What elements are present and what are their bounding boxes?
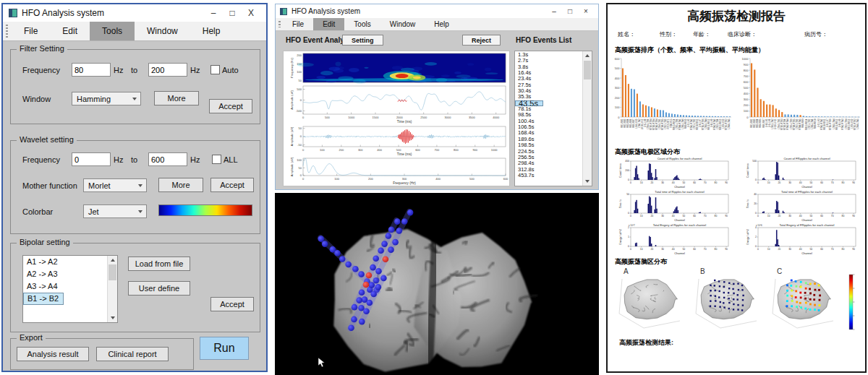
menu-item-edit[interactable]: Edit: [313, 18, 344, 30]
menu-item-file[interactable]: File: [283, 18, 313, 30]
group-legend: Filter Setting: [17, 44, 67, 53]
svg-text:200: 200: [297, 53, 302, 57]
chevron-down-icon: [138, 210, 142, 213]
bipolar-listbox[interactable]: A1 -> A2A2 -> A3A3 -> A4B1 -> B2B2 -> B3: [22, 255, 118, 323]
svg-text:Amplitude (uV): Amplitude (uV): [290, 90, 294, 110]
svg-text:Count of Ripples for each chan: Count of Ripples for each channel: [658, 157, 702, 160]
bipolar-item[interactable]: B1 -> B2: [23, 293, 64, 305]
menu-item-help[interactable]: Help: [425, 18, 459, 30]
setting-button[interactable]: Setting: [342, 35, 383, 46]
svg-text:50: 50: [809, 181, 812, 184]
section-brain-heading: 高频振荡脑区分布: [615, 257, 667, 267]
svg-text:Count / times: Count / times: [746, 163, 749, 178]
svg-text:40: 40: [672, 181, 675, 184]
svg-text:400: 400: [744, 92, 749, 95]
events-list[interactable]: 1.3s2.7s3.8s16.4s23.4s27.5s30.4s35.3s43.…: [515, 52, 583, 186]
app-icon: [280, 8, 287, 15]
close-button[interactable]: X: [242, 8, 260, 18]
maximize-button[interactable]: □: [223, 8, 242, 18]
svg-text:Time / s: Time / s: [619, 199, 622, 208]
group-legend: Export: [17, 333, 46, 342]
menu-item-help[interactable]: Help: [190, 22, 233, 40]
maximize-button[interactable]: □: [562, 7, 578, 15]
bipolar-item[interactable]: A3 -> A4: [23, 280, 108, 293]
wavelet-more-button[interactable]: More: [158, 178, 203, 192]
menu-item-tools[interactable]: Tools: [90, 22, 135, 40]
patient-field-label: 病历号：: [804, 30, 827, 38]
bipolar-item[interactable]: A2 -> A3: [23, 268, 108, 280]
scrollbar-thumb[interactable]: [109, 264, 116, 280]
svg-text:60: 60: [693, 181, 696, 184]
auto-checkbox[interactable]: [210, 65, 220, 74]
bipolar-accept-button[interactable]: Accept: [210, 297, 254, 311]
filter-more-button[interactable]: More: [154, 91, 199, 105]
event-item[interactable]: 453.7s: [515, 173, 583, 178]
svg-text:60: 60: [693, 215, 696, 217]
brain-3d-viewport[interactable]: [275, 193, 599, 375]
scroll-up-arrow[interactable]: [583, 51, 592, 60]
bipolar-item[interactable]: A1 -> A2: [23, 256, 108, 268]
svg-text:0: 0: [300, 134, 302, 138]
listbox-scrollbar[interactable]: [107, 256, 117, 322]
reject-button[interactable]: Reject: [462, 35, 501, 46]
chevron-down-icon: [138, 184, 142, 187]
svg-text:Total Engery of FRipples for e: Total Engery of FRipples for each channe…: [779, 223, 834, 227]
menu-item-window[interactable]: Window: [135, 22, 190, 40]
wavelet-accept-button[interactable]: Accept: [210, 178, 254, 192]
scrollbar-thumb[interactable]: [584, 61, 591, 79]
menu-item-tools[interactable]: Tools: [344, 18, 380, 30]
svg-text:100: 100: [320, 148, 325, 152]
menu-item-file[interactable]: File: [12, 22, 50, 40]
section-ranking-heading: 高频振荡排序（个数、频率、平均振幅、平均能量）: [615, 46, 765, 55]
all-checkbox[interactable]: [212, 155, 221, 164]
brain-render: [275, 193, 599, 375]
svg-text:Count / times: Count / times: [619, 163, 622, 178]
user-define-button[interactable]: User define: [128, 281, 190, 296]
svg-text:300: 300: [744, 98, 749, 101]
svg-text:20: 20: [650, 181, 653, 184]
analysis-result-button[interactable]: Analysis result: [17, 347, 89, 361]
svg-text:30: 30: [788, 248, 791, 251]
mother-function-select[interactable]: Morlet: [83, 178, 147, 192]
svg-text:500: 500: [325, 116, 330, 119]
event-item[interactable]: 43.5s: [515, 100, 543, 106]
svg-text:Time / s: Time / s: [746, 199, 749, 208]
svg-text:2: 2: [628, 226, 629, 229]
svg-text:0: 0: [757, 215, 759, 217]
minimize-button[interactable]: –: [204, 8, 223, 18]
wavelet-freq-to-input[interactable]: [148, 152, 187, 166]
svg-text:10: 10: [767, 248, 770, 251]
svg-text:30: 30: [661, 248, 664, 251]
svg-text:400: 400: [615, 77, 620, 80]
to-label: to: [131, 66, 137, 74]
scroll-up-arrow[interactable]: [108, 256, 117, 264]
colorbar-select[interactable]: Jet: [83, 204, 147, 218]
menu-item-edit[interactable]: Edit: [50, 22, 90, 40]
svg-text:600: 600: [503, 177, 509, 181]
clinical-report-button[interactable]: Clinical report: [96, 347, 169, 361]
hist-count-ripples: Count of Ripples for each channel0200400…: [613, 156, 735, 189]
svg-text:60: 60: [693, 248, 696, 251]
filter-accept-button[interactable]: Accept: [209, 99, 252, 113]
scroll-down-arrow[interactable]: [583, 177, 592, 186]
svg-text:50: 50: [682, 248, 685, 251]
menu-item-window[interactable]: Window: [380, 18, 425, 30]
run-button[interactable]: Run: [200, 337, 249, 360]
wavelet-freq-from-input[interactable]: [72, 152, 111, 166]
close-button[interactable]: ×: [578, 7, 594, 15]
load-from-file-button[interactable]: Load from file: [128, 257, 190, 271]
minimize-button[interactable]: –: [546, 7, 562, 15]
svg-text:90: 90: [725, 181, 728, 184]
svg-text:50: 50: [299, 126, 302, 130]
window-function-select[interactable]: Hamming: [72, 92, 141, 105]
svg-text:2500: 2500: [420, 116, 427, 119]
svg-text:70: 70: [831, 215, 834, 217]
event-plots-panel: 50100150200Frequency (Hz) -5000500050010…: [283, 51, 510, 186]
scroll-down-arrow[interactable]: [108, 314, 117, 322]
svg-text:50: 50: [299, 166, 302, 170]
filter-freq-from-input[interactable]: [72, 63, 111, 77]
events-scrollbar[interactable]: [582, 51, 592, 186]
filter-freq-to-input[interactable]: [148, 63, 187, 77]
svg-text:30: 30: [788, 181, 791, 184]
section-result-heading: 高频振荡检测结果:: [619, 338, 673, 348]
